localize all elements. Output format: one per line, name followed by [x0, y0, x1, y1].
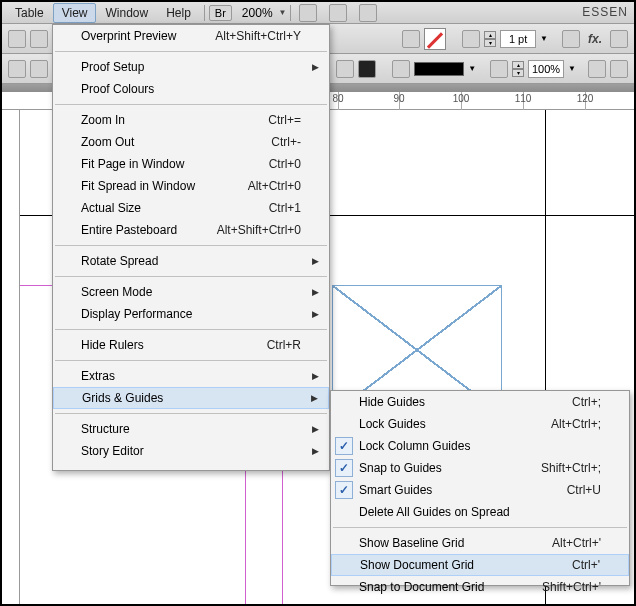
menu-window[interactable]: Window: [96, 3, 157, 23]
stroke-weight-input[interactable]: [500, 30, 536, 48]
menu-item-label: Show Document Grid: [360, 558, 474, 572]
check-icon: ✓: [335, 459, 353, 477]
menu-separator: [55, 360, 327, 361]
menubar-sep: [204, 5, 205, 21]
menu-separator: [55, 276, 327, 277]
menu-item[interactable]: Delete All Guides on Spread: [331, 501, 629, 523]
menu-item-label: Entire Pasteboard: [81, 223, 177, 237]
menu-shortcut: Ctrl+0: [269, 157, 301, 171]
submenu-arrow-icon: ▶: [312, 446, 319, 456]
tool-icon[interactable]: [30, 60, 48, 78]
vertical-ruler[interactable]: [2, 110, 20, 604]
menu-item-label: Delete All Guides on Spread: [359, 505, 510, 519]
ruler-tick-label: 110: [515, 93, 532, 104]
grids-guides-submenu: Hide GuidesCtrl+;Lock GuidesAlt+Ctrl+;✓L…: [330, 390, 630, 586]
arrange-icon[interactable]: [359, 4, 377, 22]
stroke-proxy-icon[interactable]: [336, 60, 354, 78]
menu-item-label: Zoom In: [81, 113, 125, 127]
menu-item[interactable]: Fit Page in WindowCtrl+0: [53, 153, 329, 175]
screen-mode-icon[interactable]: [329, 4, 347, 22]
tool-icon[interactable]: [610, 30, 628, 48]
menu-item[interactable]: Actual SizeCtrl+1: [53, 197, 329, 219]
menu-item[interactable]: Hide RulersCtrl+R: [53, 334, 329, 356]
menu-item[interactable]: Proof Colours: [53, 78, 329, 100]
menu-item-label: Snap to Document Grid: [359, 580, 484, 594]
menu-item-label: Overprint Preview: [81, 29, 176, 43]
tool-icon[interactable]: [610, 60, 628, 78]
menu-item[interactable]: Lock GuidesAlt+Ctrl+;: [331, 413, 629, 435]
stroke-style-dropdown[interactable]: [414, 62, 464, 76]
menu-item-label: Story Editor: [81, 444, 144, 458]
menubar: Table View Window Help Br 200% ▼ ESSEN: [2, 2, 634, 24]
menu-item[interactable]: ✓Smart GuidesCtrl+U: [331, 479, 629, 501]
menu-item[interactable]: Snap to Document GridShift+Ctrl+': [331, 576, 629, 598]
menu-item[interactable]: Display Performance▶: [53, 303, 329, 325]
menu-separator: [333, 527, 627, 528]
menu-item[interactable]: Overprint PreviewAlt+Shift+Ctrl+Y: [53, 25, 329, 47]
effects-icon[interactable]: [562, 30, 580, 48]
zoom-level[interactable]: 200%: [242, 6, 273, 20]
menu-item-label: Smart Guides: [359, 483, 432, 497]
opacity-input[interactable]: [528, 60, 564, 78]
menu-help[interactable]: Help: [157, 3, 200, 23]
menu-item[interactable]: Extras▶: [53, 365, 329, 387]
tool-icon[interactable]: [8, 60, 26, 78]
fx-button[interactable]: fx.: [584, 32, 606, 46]
dropdown-icon[interactable]: ▼: [468, 64, 476, 73]
submenu-arrow-icon: ▶: [312, 309, 319, 319]
bridge-button[interactable]: Br: [209, 5, 232, 21]
ruler-tick-label: 90: [393, 93, 404, 104]
menu-item[interactable]: ✓Lock Column Guides: [331, 435, 629, 457]
menu-shortcut: Ctrl+': [572, 558, 600, 572]
dropdown-icon[interactable]: ▼: [540, 34, 548, 43]
menu-separator: [55, 245, 327, 246]
menu-item[interactable]: Zoom InCtrl+=: [53, 109, 329, 131]
check-icon: ✓: [335, 437, 353, 455]
dropdown-icon[interactable]: ▼: [568, 64, 576, 73]
stroke-weight-icon: [462, 30, 480, 48]
menu-item[interactable]: Story Editor▶: [53, 440, 329, 462]
menu-shortcut: Ctrl+R: [267, 338, 301, 352]
opacity-stepper[interactable]: ▴▾: [512, 61, 524, 77]
menu-shortcut: Shift+Ctrl+;: [541, 461, 601, 475]
menu-item-label: Rotate Spread: [81, 254, 158, 268]
submenu-arrow-icon: ▶: [312, 256, 319, 266]
menu-item-label: Zoom Out: [81, 135, 134, 149]
menu-item[interactable]: Zoom OutCtrl+-: [53, 131, 329, 153]
menu-item-label: Lock Column Guides: [359, 439, 470, 453]
stroke-stepper[interactable]: ▴▾: [484, 31, 496, 47]
menu-item[interactable]: Entire PasteboardAlt+Shift+Ctrl+0: [53, 219, 329, 241]
menu-item[interactable]: Structure▶: [53, 418, 329, 440]
menu-item-label: Proof Setup: [81, 60, 144, 74]
view-options-icon[interactable]: [299, 4, 317, 22]
menu-item-label: Fit Spread in Window: [81, 179, 195, 193]
submenu-arrow-icon: ▶: [311, 393, 318, 403]
menu-item[interactable]: Screen Mode▶: [53, 281, 329, 303]
tool-icon[interactable]: [8, 30, 26, 48]
menu-separator: [55, 104, 327, 105]
menu-item[interactable]: Fit Spread in WindowAlt+Ctrl+0: [53, 175, 329, 197]
apply-color-icon[interactable]: [358, 60, 376, 78]
ruler-tick-label: 120: [577, 93, 594, 104]
menu-view[interactable]: View: [53, 3, 97, 23]
menu-item-label: Proof Colours: [81, 82, 154, 96]
zoom-dropdown-icon[interactable]: ▼: [279, 8, 287, 17]
menu-table[interactable]: Table: [6, 3, 53, 23]
menu-item[interactable]: Show Document GridCtrl+': [331, 554, 629, 576]
menu-shortcut: Alt+Shift+Ctrl+0: [217, 223, 301, 237]
menu-item[interactable]: Show Baseline GridAlt+Ctrl+': [331, 532, 629, 554]
menu-item[interactable]: Grids & Guides▶: [53, 387, 329, 409]
tool-icon[interactable]: [30, 30, 48, 48]
menu-item-label: Display Performance: [81, 307, 192, 321]
menu-item[interactable]: Rotate Spread▶: [53, 250, 329, 272]
menu-item[interactable]: Hide GuidesCtrl+;: [331, 391, 629, 413]
tool-icon[interactable]: [588, 60, 606, 78]
menu-item-label: Hide Rulers: [81, 338, 144, 352]
menu-item-label: Extras: [81, 369, 115, 383]
menu-item[interactable]: ✓Snap to GuidesShift+Ctrl+;: [331, 457, 629, 479]
no-fill-swatch[interactable]: [424, 28, 446, 50]
menu-item[interactable]: Proof Setup▶: [53, 56, 329, 78]
menu-item-label: Screen Mode: [81, 285, 152, 299]
menu-item-label: Hide Guides: [359, 395, 425, 409]
fill-proxy-icon[interactable]: [402, 30, 420, 48]
